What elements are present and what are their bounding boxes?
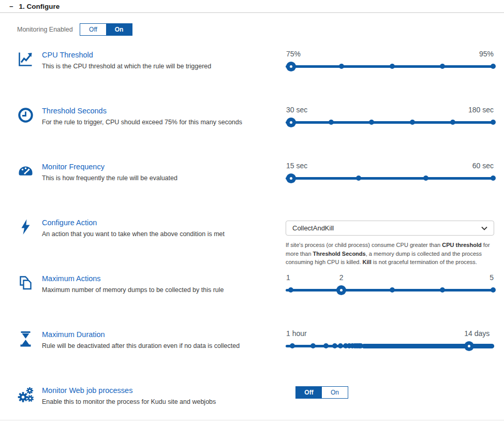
monitoring-enabled-label: Monitoring Enabled (17, 26, 80, 33)
slider-label: 15 sec (286, 162, 307, 170)
webjobs-off-button[interactable]: Off (296, 387, 322, 398)
action-help-text: If site's process (or child process) con… (286, 241, 494, 267)
row-description: Enable this to monitor the process for K… (42, 398, 286, 405)
config-row-maximum-duration: Maximum Duration Rule will be deactivate… (0, 329, 504, 385)
lightning-icon (17, 218, 34, 236)
config-row-monitor-webjobs: Monitor Web job processes Enable this to… (0, 385, 504, 423)
slider-track[interactable] (286, 340, 494, 352)
row-description: Rule will be deactivated after this dura… (42, 342, 286, 349)
row-title-monitor-frequency: Monitor Frequency (42, 162, 286, 172)
slider-tick (339, 64, 344, 69)
section-title: 1. Configure (19, 3, 60, 10)
row-description: Maximum number of memory dumps to be col… (42, 286, 286, 294)
pages-icon (17, 274, 34, 291)
webjobs-on-button[interactable]: On (322, 387, 348, 398)
row-description: For the rule to trigger, CPU should exce… (42, 119, 286, 126)
slider-thumb[interactable] (286, 118, 296, 127)
slider-labels: 1 hour14 days (286, 329, 494, 340)
slider-tick (491, 64, 496, 69)
slider-tick (450, 120, 455, 125)
slider-labels: 15 sec60 sec (286, 162, 494, 172)
gears-icon (17, 386, 34, 403)
slider-track[interactable] (286, 116, 494, 128)
threshold-seconds-slider[interactable]: 30 sec180 sec (286, 106, 494, 129)
slider-tick (491, 120, 496, 125)
slider-thumb[interactable] (336, 285, 346, 295)
slider-label: 2 (339, 273, 344, 282)
monitor-frequency-slider[interactable]: 15 sec60 sec (286, 162, 494, 185)
slider-thumb[interactable] (464, 341, 474, 351)
action-select[interactable]: CollectAndKill (286, 221, 494, 236)
slider-track[interactable] (286, 284, 494, 296)
monitoring-enabled-row: Monitoring Enabled Off On (17, 23, 504, 36)
row-title-threshold-seconds: Threshold Seconds (42, 106, 286, 116)
config-row-threshold-seconds: Threshold Seconds For the rule to trigge… (0, 106, 504, 162)
slider-label: 95% (479, 50, 494, 58)
slider-thumb[interactable] (286, 62, 296, 71)
slider-tick (369, 120, 374, 125)
webjobs-toggle: Off On (295, 386, 348, 399)
row-title-configure-action: Configure Action (42, 218, 286, 228)
slider-tick (310, 343, 316, 348)
slider-tick (323, 343, 329, 348)
slider-tick (440, 64, 445, 69)
config-row-monitor-frequency: Monitor Frequency This is how frequently… (0, 162, 504, 217)
maximum-duration-slider[interactable]: 1 hour14 days (286, 329, 494, 353)
collapse-section-toggle[interactable]: − (9, 3, 13, 10)
bottom-divider (0, 420, 504, 420)
slider-tick (390, 287, 395, 293)
chevron-down-icon (481, 226, 487, 230)
slider-track[interactable] (286, 172, 494, 184)
slider-labels: 30 sec180 sec (286, 106, 494, 116)
config-row-cpu-threshold: CPU Threshold This is the CPU threshold … (0, 50, 504, 106)
row-title-maximum-duration: Maximum Duration (42, 330, 286, 340)
slider-label: 14 days (464, 329, 490, 338)
slider-tick (332, 343, 337, 348)
row-title-cpu-threshold: CPU Threshold (42, 50, 286, 60)
gauge-icon (17, 163, 34, 180)
slider-tick (356, 176, 361, 181)
slider-label: 75% (286, 50, 301, 58)
slider-label: 180 sec (468, 106, 494, 114)
cpu-chart-icon (17, 51, 34, 68)
row-description: An action that you want to take when the… (42, 230, 286, 238)
slider-labels: 125 (286, 273, 494, 284)
row-title-maximum-actions: Maximum Actions (42, 274, 286, 284)
monitoring-off-button[interactable]: Off (80, 24, 106, 35)
config-rows: CPU Threshold This is the CPU threshold … (0, 50, 504, 423)
slider-tick (440, 287, 445, 293)
slider-tick (288, 287, 293, 293)
maximum-actions-slider[interactable]: 125 (286, 273, 494, 297)
slider-tick (338, 343, 343, 348)
hourglass-icon (17, 330, 34, 347)
slider-labels: 75%95% (286, 50, 494, 61)
row-description: This is the CPU threshold at which the r… (42, 63, 286, 70)
slider-tick (290, 343, 295, 348)
slider-tick (329, 120, 334, 125)
config-row-maximum-actions: Maximum Actions Maximum number of memory… (0, 273, 504, 329)
section-header: − 1. Configure (0, 0, 504, 13)
slider-label: 5 (490, 273, 494, 282)
action-select-value: CollectAndKill (292, 224, 334, 232)
slider-tick (410, 120, 415, 125)
row-title-monitor-webjobs: Monitor Web job processes (42, 386, 286, 396)
slider-tick (423, 176, 428, 181)
slider-tick (491, 176, 496, 181)
slider-label: 60 sec (472, 162, 494, 170)
clock-icon (17, 107, 34, 124)
slider-tick (390, 64, 395, 69)
slider-merged-segment (362, 344, 494, 348)
slider-tick (491, 287, 496, 293)
config-row-configure-action: Configure Action An action that you want… (0, 217, 504, 273)
monitoring-on-button[interactable]: On (106, 24, 132, 35)
cpu-threshold-slider[interactable]: 75%95% (286, 50, 494, 74)
slider-track[interactable] (286, 61, 494, 72)
slider-label: 30 sec (286, 106, 307, 114)
monitoring-enabled-toggle: Off On (80, 23, 132, 36)
slider-label: 1 (286, 273, 290, 282)
slider-tick (358, 343, 363, 348)
slider-thumb[interactable] (286, 173, 296, 183)
configure-panel: − 1. Configure Monitoring Enabled Off On… (0, 0, 504, 423)
slider-label: 1 hour (286, 329, 307, 338)
row-description: This is how frequently the rule will be … (42, 174, 286, 182)
